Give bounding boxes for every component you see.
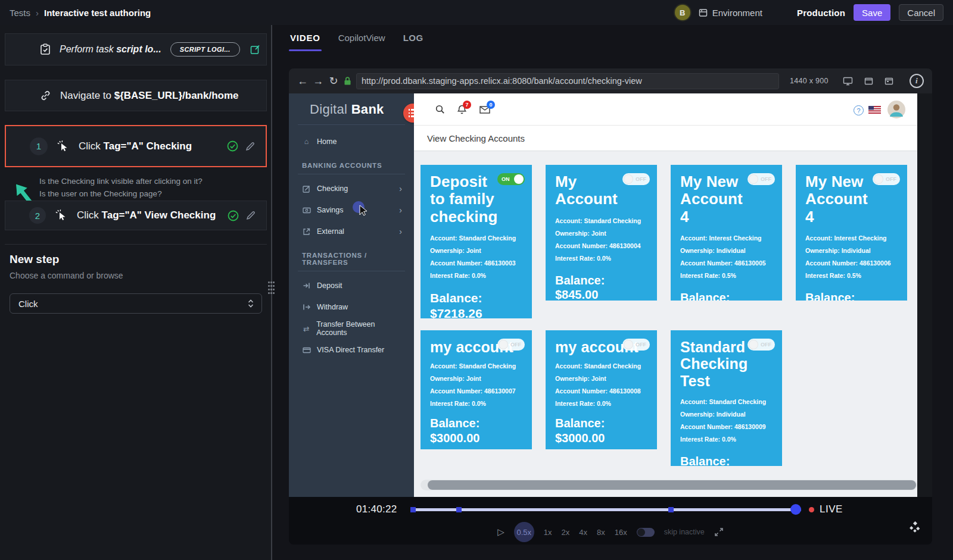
chevron-right-icon: ›	[399, 184, 402, 193]
info-icon[interactable]: i	[910, 74, 924, 88]
browser-forward-icon[interactable]: →	[310, 75, 326, 87]
browser-reload-icon[interactable]: ↻	[326, 74, 341, 87]
tab-log[interactable]: LOG	[403, 33, 423, 51]
account-toggle[interactable]: OFF	[748, 173, 775, 185]
resize-sparkle-icon[interactable]	[909, 521, 921, 533]
player-playhead[interactable]	[790, 504, 801, 515]
account-toggle[interactable]: ON	[497, 173, 525, 185]
fullscreen-expand-icon[interactable]	[714, 527, 724, 537]
tablet-size-icon[interactable]	[864, 77, 873, 85]
step-2-success-icon	[228, 210, 239, 221]
account-field: Interest Rate: 0.0%	[430, 270, 522, 282]
bank-nav-withdraw[interactable]: Withdraw	[289, 296, 414, 318]
player-timestamp: 01:40:22	[356, 503, 406, 515]
scrollbar-thumb[interactable]	[428, 480, 916, 490]
step-2-edit-icon[interactable]	[246, 211, 256, 220]
script-login-pill-button[interactable]: SCRIPT LOGI...	[170, 42, 240, 57]
tab-video[interactable]: VIDEO	[290, 33, 320, 51]
speed-1x-button[interactable]: 1x	[544, 528, 552, 537]
save-button[interactable]: Save	[854, 4, 890, 21]
step-2-row[interactable]: 2 Click Tag="A" View Checking	[5, 201, 267, 230]
step-1-row-selected[interactable]: 1 Click Tag="A" Checking	[5, 125, 267, 167]
bank-nav-transfer[interactable]: ⇄ Transfer Between Accounts	[289, 318, 414, 339]
account-field: Ownership: Individual	[680, 245, 773, 257]
new-step-title: New step	[10, 253, 262, 266]
account-toggle[interactable]: OFF	[497, 339, 525, 351]
navigate-step-row[interactable]: Navigate to ${BASE_URL}/bank/home	[5, 80, 267, 111]
account-field: Interest Rate: 0.0%	[555, 398, 647, 410]
assertion-line-1: Is the Checking link visible after click…	[39, 175, 203, 187]
bank-section-banking-accounts: BANKING ACCOUNTS	[289, 152, 414, 169]
account-card-7: OFF Standard Checking Test Account: Stan…	[671, 330, 782, 466]
speed-2x-button[interactable]: 2x	[562, 528, 570, 537]
savings-icon	[302, 207, 311, 214]
recorded-cursor-icon	[351, 201, 369, 217]
user-avatar[interactable]: B	[675, 5, 690, 20]
bank-nav-savings[interactable]: Savings ›	[289, 199, 414, 221]
horizontal-scrollbar[interactable]	[421, 480, 917, 490]
command-select-value: Click	[18, 299, 38, 309]
panel-resize-handle[interactable]	[267, 280, 276, 298]
browser-back-icon[interactable]: ←	[295, 75, 310, 87]
bank-user-avatar[interactable]	[887, 101, 905, 118]
page-title: Interactive test authoring	[44, 8, 151, 18]
account-field: Account: Interest Checking	[805, 232, 898, 245]
account-field: Interest Rate: 0.0%	[680, 433, 773, 446]
command-select[interactable]: Click	[10, 293, 262, 314]
mobile-size-icon[interactable]	[885, 77, 893, 85]
speed-0-5x-button[interactable]: 0.5x	[514, 522, 534, 542]
account-field: Account: Standard Checking	[430, 232, 522, 245]
account-field: Ownership: Joint	[430, 245, 522, 257]
search-icon[interactable]	[435, 105, 445, 114]
test-steps-panel: Perform task script lo... SCRIPT LOGI...…	[0, 25, 271, 560]
step-1-success-icon	[227, 140, 238, 152]
language-flag-icon[interactable]	[868, 106, 881, 114]
event-marker[interactable]	[668, 507, 674, 512]
account-card-5: OFF my account Account: Standard Checkin…	[421, 330, 532, 449]
task-step-row[interactable]: Perform task script lo... SCRIPT LOGI...	[5, 33, 267, 65]
play-button-icon[interactable]: ▷	[497, 527, 504, 537]
account-title: My New Account 4	[680, 173, 750, 226]
breadcrumb-tests-link[interactable]: Tests	[10, 8, 30, 18]
account-card-2: OFF My Account Account: Standard Checkin…	[546, 165, 657, 301]
cancel-button[interactable]: Cancel	[899, 4, 943, 21]
speed-16x-button[interactable]: 16x	[615, 528, 627, 537]
step-1-edit-icon[interactable]	[245, 142, 255, 151]
tab-copilotview[interactable]: CopilotView	[338, 33, 385, 51]
step-1-number-badge: 1	[30, 137, 48, 155]
account-toggle[interactable]: OFF	[748, 339, 775, 351]
bank-nav-deposit[interactable]: Deposit	[289, 275, 414, 296]
speed-4x-button[interactable]: 4x	[579, 528, 587, 537]
bank-nav-external[interactable]: External ›	[289, 221, 414, 242]
deposit-icon	[302, 282, 311, 289]
step-1-label: Click Tag="A" Checking	[79, 140, 192, 152]
player-progress-track[interactable]	[411, 508, 801, 511]
viewport-size-label: 1440 x 900	[790, 77, 829, 85]
event-marker[interactable]	[410, 507, 416, 512]
desktop-size-icon[interactable]	[843, 77, 853, 86]
bank-nav-visa-transfer[interactable]: VISA Direct Transfer	[289, 339, 414, 361]
event-marker[interactable]	[456, 507, 462, 512]
help-icon[interactable]: ?	[854, 105, 864, 115]
bank-section-transactions: TRANSACTIONS / TRANSFERS	[289, 242, 414, 266]
edit-task-icon[interactable]	[250, 45, 260, 55]
bank-nav-home[interactable]: ⌂ Home	[289, 131, 414, 152]
video-replay-container: ← → ↻ http://prod.dbank.staging-apps.rel…	[289, 68, 932, 545]
environment-value[interactable]: Production	[797, 8, 845, 18]
account-card-1: ON Deposit to family checking Account: S…	[421, 165, 532, 318]
skip-inactive-toggle[interactable]	[637, 528, 655, 537]
bank-app-screen: Digital Bank ⌂ Home BANKING ACCOUNTS Che…	[289, 93, 917, 497]
account-toggle[interactable]: OFF	[873, 173, 900, 185]
url-bar[interactable]: http://prod.dbank.staging-apps.relicx.ai…	[356, 73, 779, 89]
account-toggle[interactable]: OFF	[622, 339, 650, 351]
select-chevrons-icon	[247, 299, 254, 308]
account-toggle[interactable]: OFF	[622, 173, 650, 185]
link-icon	[40, 90, 51, 101]
account-field: Account: Standard Checking	[680, 396, 773, 408]
speed-8x-button[interactable]: 8x	[597, 528, 605, 537]
mail-badge: 0	[487, 101, 495, 109]
bank-nav-checking[interactable]: Checking ›	[289, 178, 414, 199]
account-field: Account Number: 486130007	[430, 385, 522, 398]
account-field: Account: Interest Checking	[680, 232, 773, 245]
new-step-section: New step Choose a command or browse Clic…	[5, 244, 267, 314]
